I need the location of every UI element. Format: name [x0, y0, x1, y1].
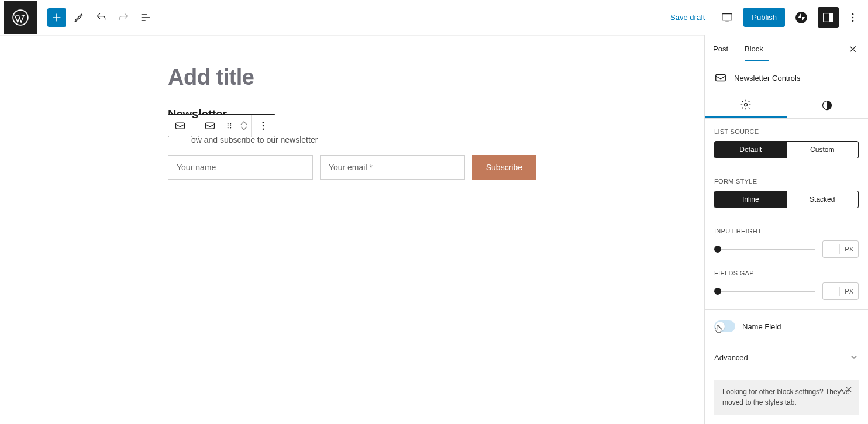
- svg-point-11: [230, 123, 231, 125]
- move-arrows[interactable]: [237, 115, 251, 137]
- add-block-button[interactable]: [47, 8, 66, 27]
- svg-point-14: [228, 127, 229, 129]
- post-title-input[interactable]: Add title: [168, 65, 536, 90]
- form-style-label: FORM STYLE: [714, 178, 859, 185]
- input-height-value[interactable]: PX: [822, 240, 859, 258]
- contrast-icon: [821, 99, 833, 111]
- settings-sidebar: Post Block Newsletter Controls LIST SOUR…: [704, 35, 868, 424]
- drag-handle[interactable]: [222, 115, 237, 137]
- advanced-panel-toggle[interactable]: Advanced: [705, 343, 868, 371]
- close-sidebar-button[interactable]: [846, 42, 860, 56]
- list-source-custom[interactable]: Custom: [787, 142, 859, 158]
- edit-tool-button[interactable]: [70, 8, 88, 27]
- form-style-segment: Inline Stacked: [714, 191, 859, 208]
- block-options-button[interactable]: [252, 115, 275, 137]
- name-field-toggle[interactable]: [714, 320, 735, 332]
- svg-point-10: [228, 123, 229, 125]
- fields-gap-label: FIELDS GAP: [714, 270, 859, 277]
- toolbar-right: Save draft Publish: [664, 7, 868, 28]
- svg-rect-8: [176, 123, 185, 129]
- fields-gap-slider[interactable]: [714, 291, 815, 292]
- svg-point-16: [263, 122, 264, 123]
- svg-point-6: [852, 16, 854, 18]
- newsletter-form: Your name Your email * Subscribe: [168, 155, 536, 180]
- block-header: Newsletter Controls: [705, 63, 868, 92]
- view-button[interactable]: [717, 7, 738, 28]
- settings-tab[interactable]: [705, 92, 787, 118]
- block-type-icon[interactable]: [198, 115, 222, 137]
- styles-hint: Looking for other block settings? They'v…: [714, 380, 859, 415]
- svg-point-13: [230, 125, 231, 126]
- subscribe-button[interactable]: Subscribe: [472, 155, 536, 180]
- svg-point-17: [263, 125, 264, 127]
- svg-rect-9: [206, 123, 215, 129]
- form-style-stacked[interactable]: Stacked: [787, 191, 859, 208]
- toolbar-left: [37, 8, 155, 27]
- chevron-down-icon: [849, 353, 859, 362]
- svg-point-18: [263, 129, 264, 130]
- svg-point-20: [744, 103, 747, 106]
- styles-tab[interactable]: [787, 92, 869, 118]
- svg-point-7: [852, 20, 854, 22]
- list-source-label: LIST SOURCE: [714, 128, 859, 135]
- document-overview-button[interactable]: [136, 8, 155, 27]
- input-height-slider[interactable]: [714, 249, 815, 250]
- name-input[interactable]: Your name: [168, 155, 313, 180]
- settings-sidebar-toggle[interactable]: [818, 7, 839, 28]
- publish-button[interactable]: Publish: [743, 8, 785, 27]
- svg-rect-19: [716, 75, 726, 81]
- redo-button[interactable]: [114, 8, 133, 27]
- svg-point-15: [230, 127, 231, 129]
- svg-rect-1: [722, 13, 732, 20]
- svg-point-5: [852, 13, 854, 15]
- svg-rect-4: [829, 13, 833, 22]
- hint-close-button[interactable]: [845, 385, 853, 397]
- wordpress-logo[interactable]: [4, 1, 37, 34]
- options-menu-button[interactable]: [845, 7, 861, 28]
- save-draft-link[interactable]: Save draft: [664, 9, 711, 25]
- editor-header: Save draft Publish: [0, 0, 868, 35]
- list-source-default[interactable]: Default: [715, 142, 787, 158]
- name-field-label: Name Field: [742, 322, 781, 331]
- mail-icon: [714, 71, 727, 84]
- block-toolbar: [168, 114, 275, 137]
- undo-button[interactable]: [92, 8, 111, 27]
- list-source-segment: Default Custom: [714, 141, 859, 158]
- form-style-inline[interactable]: Inline: [715, 191, 787, 208]
- editor-canvas[interactable]: Add title Newsletter: [0, 35, 704, 424]
- jetpack-button[interactable]: [791, 7, 812, 28]
- input-height-label: INPUT HEIGHT: [714, 227, 859, 235]
- block-name-label: Newsletter Controls: [734, 74, 800, 82]
- svg-point-2: [795, 12, 807, 23]
- email-input[interactable]: Your email *: [320, 155, 465, 180]
- svg-point-12: [228, 125, 229, 126]
- gear-icon: [740, 99, 752, 111]
- block-tab[interactable]: Block: [745, 36, 769, 61]
- post-tab[interactable]: Post: [713, 36, 734, 61]
- parent-block-icon[interactable]: [168, 115, 192, 137]
- fields-gap-value[interactable]: PX: [822, 282, 859, 300]
